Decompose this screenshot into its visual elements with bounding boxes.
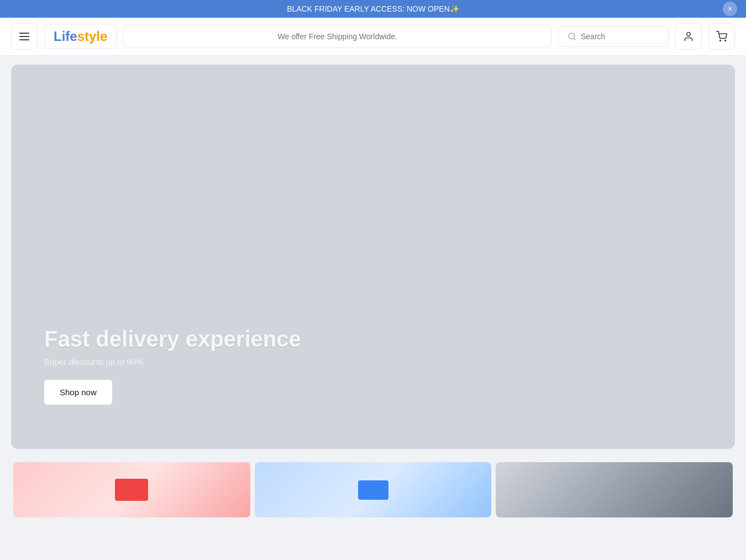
product-thumbnail-2[interactable]	[255, 462, 492, 517]
menu-button[interactable]	[11, 23, 38, 50]
cart-button[interactable]	[708, 23, 735, 50]
products-row	[11, 458, 735, 517]
search-container	[558, 26, 669, 47]
product-thumbnail-3[interactable]	[496, 462, 733, 517]
cart-icon	[716, 31, 727, 42]
svg-point-3	[720, 40, 721, 41]
account-icon	[683, 31, 694, 42]
hero-banner: Fast delivery experience Super discounts…	[11, 65, 735, 449]
header: Lifestyle We offer Free Shipping Worldwi…	[0, 18, 746, 56]
svg-line-1	[574, 38, 575, 40]
logo-part1: Life	[54, 29, 77, 44]
shop-now-button[interactable]: Shop now	[44, 380, 112, 405]
logo-part2: style	[77, 29, 108, 44]
hero-content: Fast delivery experience Super discounts…	[44, 327, 301, 405]
announcement-close-button[interactable]: ×	[723, 2, 737, 16]
logo[interactable]: Lifestyle	[44, 24, 117, 49]
product-image-1	[115, 479, 148, 501]
search-input[interactable]	[581, 32, 647, 41]
search-icon	[568, 32, 576, 41]
free-shipping-text: We offer Free Shipping Worldwide.	[278, 32, 397, 41]
account-button[interactable]	[675, 23, 702, 50]
logo-text: Lifestyle	[54, 29, 107, 44]
announcement-banner: BLACK FRIDAY EARLY ACCESS: NOW OPEN✨ ×	[0, 0, 746, 18]
hero-title: Fast delivery experience	[44, 327, 301, 352]
hero-subtitle: Super discounts up to 90%	[44, 357, 301, 367]
announcement-text: BLACK FRIDAY EARLY ACCESS: NOW OPEN✨	[287, 4, 459, 13]
svg-point-2	[687, 33, 691, 36]
product-image-2	[358, 480, 388, 500]
free-shipping-bar: We offer Free Shipping Worldwide.	[123, 25, 551, 48]
product-thumbnail-1[interactable]	[13, 462, 250, 517]
svg-point-4	[725, 40, 726, 41]
hamburger-icon	[19, 33, 29, 40]
